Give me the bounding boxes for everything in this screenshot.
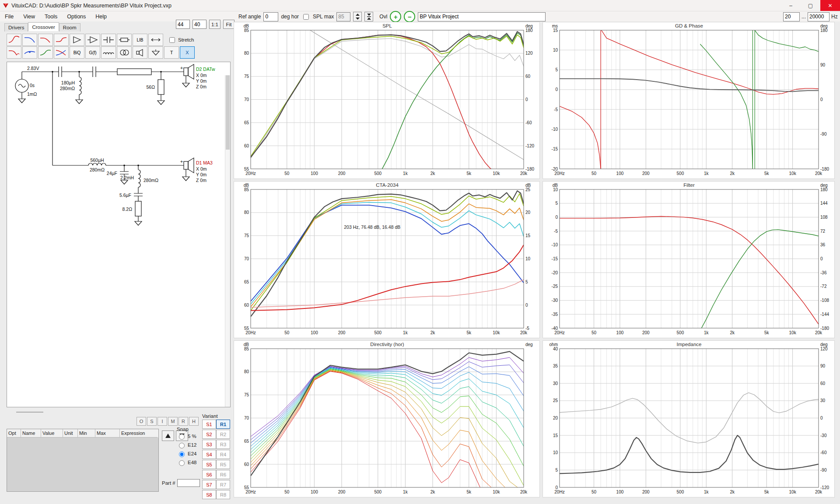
optimizer-o-button[interactable]: O xyxy=(136,417,146,426)
variant-r-button[interactable]: R8 xyxy=(216,490,230,499)
highpass-block-icon[interactable] xyxy=(7,34,21,46)
variant-r-button[interactable]: R7 xyxy=(216,480,230,489)
optimizer-s-button[interactable]: S xyxy=(147,417,157,426)
optimizer-m-button[interactable]: M xyxy=(168,417,178,426)
spl-max-checkbox[interactable] xyxy=(303,14,309,20)
part-number-field[interactable] xyxy=(177,479,200,487)
variant-s-button[interactable]: S8 xyxy=(202,490,216,499)
speaker-tool-icon[interactable] xyxy=(133,46,147,59)
variant-s-button[interactable]: S4 xyxy=(202,450,216,459)
canvas-height-field[interactable] xyxy=(192,20,206,29)
snap-5pct-radio[interactable] xyxy=(179,434,185,440)
gd-phase-chart[interactable]: -20-15-10-5051015-180-9009018020Hz501002… xyxy=(542,22,835,179)
zoom-fit-button[interactable]: Fit xyxy=(223,20,234,29)
menu-options[interactable]: Options xyxy=(62,12,91,21)
menu-tools[interactable]: Tools xyxy=(40,12,62,21)
impedance-chart[interactable]: 0510152025303540-120-90-60-3003060901202… xyxy=(542,340,835,497)
svg-text:85: 85 xyxy=(244,346,249,351)
transfer-function-button[interactable]: G(f) xyxy=(85,46,100,59)
svg-text:65: 65 xyxy=(244,439,249,444)
terminal-button[interactable]: T xyxy=(164,46,179,59)
response-block-icon[interactable] xyxy=(38,46,53,59)
tab-drivers[interactable]: Drivers xyxy=(4,23,28,32)
minimize-button[interactable]: – xyxy=(781,0,801,11)
transformer-icon[interactable] xyxy=(117,46,132,59)
variant-r-button[interactable]: R6 xyxy=(216,470,230,479)
close-button[interactable]: ✕ xyxy=(820,0,840,11)
canvas-width-field[interactable] xyxy=(176,20,190,29)
table-header-opt[interactable]: Opt xyxy=(7,429,21,438)
overlay-add-button[interactable]: + xyxy=(390,11,401,22)
variant-s-button[interactable]: S3 xyxy=(202,440,216,449)
snap-e48-radio[interactable] xyxy=(179,460,185,466)
delay-block-icon[interactable] xyxy=(22,46,37,59)
gain-block-icon[interactable] xyxy=(70,34,84,46)
snap-e12-radio[interactable] xyxy=(179,443,185,448)
ground-tool-icon[interactable] xyxy=(148,46,163,59)
menu-help[interactable]: Help xyxy=(91,12,112,21)
variant-s-button[interactable]: S6 xyxy=(202,470,216,479)
splitter-handle[interactable] xyxy=(16,412,43,413)
stretch-label: Stretch xyxy=(178,37,194,42)
tab-room[interactable]: Room xyxy=(59,23,80,32)
shelf-block-icon[interactable] xyxy=(54,34,69,46)
menu-view[interactable]: View xyxy=(18,12,40,21)
optimizer-i-button[interactable]: I xyxy=(158,417,167,426)
buffer-block-icon[interactable] xyxy=(85,34,100,46)
spl-max-field[interactable] xyxy=(336,12,350,21)
spl-chart[interactable]: 55606570758085-180-120-6006012018020Hz50… xyxy=(234,22,540,179)
variant-s-button[interactable]: S5 xyxy=(202,460,216,469)
schematic-scrollbar-thumb[interactable] xyxy=(226,75,230,150)
table-header-unit[interactable]: Unit xyxy=(63,429,78,438)
freq-max-field[interactable] xyxy=(808,12,830,21)
variant-s-button[interactable]: S2 xyxy=(202,430,216,439)
variant-r-button[interactable]: R2 xyxy=(216,430,230,439)
directivity-chart[interactable]: 5560657075808520Hz501002005001k2k5k10k20… xyxy=(234,340,540,497)
library-button[interactable]: LIB xyxy=(133,34,147,46)
svg-text:0: 0 xyxy=(555,215,558,220)
peak-block-icon[interactable] xyxy=(38,34,53,46)
overlay-remove-button[interactable]: − xyxy=(404,11,415,22)
snap-e24-radio[interactable] xyxy=(179,452,185,457)
variant-r-button[interactable]: R5 xyxy=(216,460,230,469)
variant-r-button[interactable]: R3 xyxy=(216,440,230,449)
ref-angle-field[interactable] xyxy=(263,12,278,21)
optimizer-r-button[interactable]: R xyxy=(178,417,188,426)
variant-r-button[interactable]: R1 xyxy=(216,420,230,429)
schematic-canvas[interactable]: 2.83V 0s 1mΩ 180µH 280mΩ 56Ω + D2 DATw X… xyxy=(7,62,231,407)
maximize-button[interactable]: ▢ xyxy=(801,0,820,11)
lowpass-block-icon[interactable] xyxy=(22,34,37,46)
resistor-icon[interactable] xyxy=(117,34,132,46)
inductor-icon[interactable] xyxy=(101,46,116,59)
project-name-field[interactable] xyxy=(418,12,546,21)
variant-s-button[interactable]: S7 xyxy=(202,480,216,489)
zoom-1to1-button[interactable]: 1:1 xyxy=(209,20,220,29)
table-header-value[interactable]: Value xyxy=(41,429,63,438)
svg-text:75: 75 xyxy=(244,74,249,79)
capacitor-icon[interactable] xyxy=(101,34,116,46)
menu-file[interactable]: File xyxy=(0,12,18,21)
biquad-button[interactable]: BiQ xyxy=(70,46,84,59)
table-header-min[interactable]: Min xyxy=(78,429,95,438)
schematic-scrollbar[interactable] xyxy=(225,75,230,407)
freq-min-field[interactable] xyxy=(783,12,800,21)
wire-stretch-icon[interactable] xyxy=(148,34,163,46)
cta2034-chart[interactable]: 55606570758085-5051015202520Hz5010020050… xyxy=(234,181,540,338)
optimizer-h-button[interactable]: H xyxy=(189,417,199,426)
crossover-block-icon[interactable] xyxy=(54,46,69,59)
table-header-expression[interactable]: Expression xyxy=(120,429,158,438)
variant-r-button[interactable]: R4 xyxy=(216,450,230,459)
autoscale-button[interactable] xyxy=(364,12,373,21)
delete-mode-button[interactable]: X xyxy=(180,46,195,59)
move-up-button[interactable] xyxy=(162,430,174,441)
variant-s-button[interactable]: S1 xyxy=(202,420,216,429)
svg-text:-5: -5 xyxy=(525,326,529,331)
stretch-checkbox[interactable] xyxy=(169,37,175,43)
filter-chart[interactable]: -40-35-30-25-20-15-10-50510-180-144-108-… xyxy=(542,181,835,338)
scale-spin-button[interactable] xyxy=(353,12,362,21)
lowpass2-block-icon[interactable] xyxy=(7,46,21,59)
table-header-name[interactable]: Name xyxy=(21,429,41,438)
tab-crossover[interactable]: Crossover xyxy=(28,22,59,31)
optimizer-table[interactable]: Opt Name Value Unit Min Max Expression xyxy=(7,429,159,492)
table-header-max[interactable]: Max xyxy=(95,429,120,438)
